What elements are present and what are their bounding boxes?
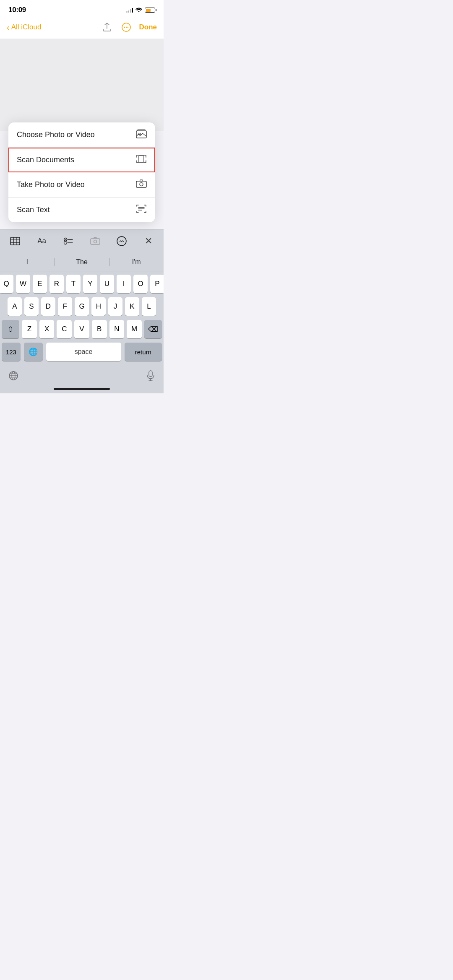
svg-rect-13 bbox=[10, 237, 20, 245]
microphone-icon[interactable] bbox=[146, 370, 155, 384]
home-indicator bbox=[0, 385, 164, 393]
take-photo-label: Take Photo or Video bbox=[17, 180, 85, 189]
scan-documents-label: Scan Documents bbox=[17, 156, 74, 164]
status-icons bbox=[126, 7, 156, 13]
key-row-4: 123 🌐 space return bbox=[2, 343, 162, 361]
scan-documents-menu-item[interactable]: Scan Documents bbox=[8, 148, 155, 172]
space-key[interactable]: space bbox=[46, 343, 121, 361]
key-C[interactable]: C bbox=[57, 320, 72, 338]
key-F[interactable]: F bbox=[58, 297, 72, 316]
photo-library-icon bbox=[136, 129, 147, 140]
key-V[interactable]: V bbox=[74, 320, 89, 338]
key-L[interactable]: L bbox=[142, 297, 156, 316]
predictive-bar: I The I'm bbox=[0, 253, 164, 271]
key-B[interactable]: B bbox=[92, 320, 107, 338]
key-U[interactable]: U bbox=[100, 275, 114, 293]
battery-icon bbox=[145, 8, 155, 13]
scan-text-menu-item[interactable]: Scan Text bbox=[8, 198, 155, 222]
wifi-icon bbox=[135, 7, 142, 13]
status-bar: 10:09 bbox=[0, 0, 164, 18]
svg-point-20 bbox=[64, 242, 67, 244]
back-chevron-icon: ‹ bbox=[7, 23, 10, 31]
key-A[interactable]: A bbox=[8, 297, 22, 316]
key-H[interactable]: H bbox=[91, 297, 106, 316]
signal-bars-icon bbox=[126, 8, 133, 13]
draw-button[interactable] bbox=[113, 233, 130, 250]
key-R[interactable]: R bbox=[49, 275, 64, 293]
format-label: Aa bbox=[37, 237, 46, 245]
key-G[interactable]: G bbox=[75, 297, 89, 316]
close-icon: ✕ bbox=[145, 236, 152, 247]
svg-point-24 bbox=[117, 237, 126, 246]
key-I[interactable]: I bbox=[117, 275, 131, 293]
dim-overlay bbox=[0, 39, 164, 131]
globe-icon[interactable] bbox=[8, 371, 18, 383]
svg-point-9 bbox=[140, 183, 143, 186]
key-N[interactable]: N bbox=[109, 320, 125, 338]
emoji-key[interactable]: 🌐 bbox=[24, 343, 43, 361]
key-E[interactable]: E bbox=[33, 275, 47, 293]
return-key[interactable]: return bbox=[125, 343, 162, 361]
key-row-3: ⇧ Z X C V B N M ⌫ bbox=[2, 320, 162, 338]
format-text-button[interactable]: Aa bbox=[34, 233, 50, 250]
key-Z[interactable]: Z bbox=[22, 320, 37, 338]
predictive-word-1[interactable]: I bbox=[0, 257, 55, 268]
bottom-bar bbox=[0, 367, 164, 385]
svg-point-23 bbox=[94, 240, 96, 243]
key-S[interactable]: S bbox=[24, 297, 39, 316]
backspace-key[interactable]: ⌫ bbox=[144, 320, 162, 338]
camera-icon bbox=[136, 179, 147, 190]
svg-rect-7 bbox=[139, 156, 144, 162]
camera-toolbar-button[interactable] bbox=[87, 233, 104, 250]
svg-rect-8 bbox=[136, 181, 146, 187]
svg-rect-5 bbox=[138, 130, 145, 131]
svg-point-1 bbox=[124, 27, 125, 28]
note-content-area bbox=[0, 39, 164, 131]
key-row-2: A S D F G H J K L bbox=[2, 297, 162, 316]
share-button[interactable] bbox=[101, 21, 113, 34]
key-row-1: Q W E R T Y U I O P bbox=[2, 275, 162, 293]
key-K[interactable]: K bbox=[125, 297, 139, 316]
key-X[interactable]: X bbox=[39, 320, 55, 338]
context-menu: Choose Photo or Video Scan Documents bbox=[8, 122, 155, 222]
close-keyboard-button[interactable]: ✕ bbox=[140, 233, 157, 250]
predictive-word-2[interactable]: The bbox=[55, 257, 109, 268]
key-Q[interactable]: Q bbox=[0, 275, 13, 293]
scan-text-label: Scan Text bbox=[17, 205, 50, 214]
key-W[interactable]: W bbox=[16, 275, 30, 293]
svg-point-18 bbox=[64, 238, 67, 241]
key-J[interactable]: J bbox=[108, 297, 122, 316]
choose-photo-label: Choose Photo or Video bbox=[17, 130, 95, 139]
predictive-word-3[interactable]: I'm bbox=[109, 257, 164, 268]
svg-point-3 bbox=[127, 27, 128, 28]
key-P[interactable]: P bbox=[150, 275, 164, 293]
keyboard: Q W E R T Y U I O P A S D F G H J K L ⇧ … bbox=[0, 271, 164, 367]
key-T[interactable]: T bbox=[66, 275, 81, 293]
done-button[interactable]: Done bbox=[139, 23, 157, 31]
nav-actions: Done bbox=[101, 21, 157, 34]
keyboard-toolbar: Aa ✕ bbox=[0, 229, 164, 253]
table-button[interactable] bbox=[7, 233, 23, 250]
key-O[interactable]: O bbox=[133, 275, 148, 293]
shift-key[interactable]: ⇧ bbox=[2, 320, 19, 338]
svg-point-2 bbox=[125, 27, 126, 28]
key-Y[interactable]: Y bbox=[83, 275, 97, 293]
scan-text-icon bbox=[136, 204, 147, 216]
nav-bar: ‹ All iCloud Done bbox=[0, 18, 164, 39]
svg-rect-30 bbox=[149, 371, 152, 377]
take-photo-menu-item[interactable]: Take Photo or Video bbox=[8, 172, 155, 198]
more-button[interactable] bbox=[120, 21, 133, 34]
svg-rect-22 bbox=[91, 239, 100, 244]
back-button[interactable]: ‹ All iCloud bbox=[7, 23, 41, 31]
number-key[interactable]: 123 bbox=[2, 343, 21, 361]
key-M[interactable]: M bbox=[127, 320, 142, 338]
home-bar bbox=[54, 388, 110, 390]
choose-photo-menu-item[interactable]: Choose Photo or Video bbox=[8, 122, 155, 148]
back-label: All iCloud bbox=[11, 23, 42, 31]
status-time: 10:09 bbox=[8, 6, 26, 14]
scan-doc-icon bbox=[136, 154, 147, 166]
key-D[interactable]: D bbox=[41, 297, 55, 316]
checklist-button[interactable] bbox=[60, 233, 77, 250]
